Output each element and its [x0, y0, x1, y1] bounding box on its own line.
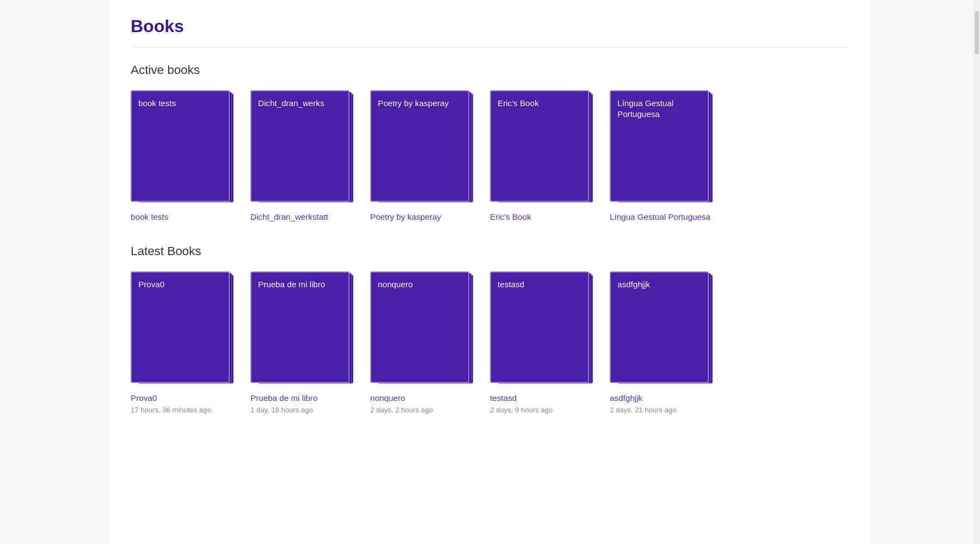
book-label: Dicht_dran_werkstatt — [250, 211, 354, 222]
book-cover-title: Poetry by kasperay — [378, 98, 449, 109]
scrollbar-track[interactable] — [973, 0, 980, 544]
book-item[interactable]: book testsbook tests — [131, 90, 234, 222]
book-subtitle: 1 day, 16 hours ago — [250, 406, 354, 414]
active-books-title: Active books — [131, 63, 849, 77]
page-container: Books Active books book testsbook testsD… — [109, 0, 871, 544]
book-cover-front: testasd — [490, 271, 589, 383]
book-cover-title: Língua Gestual Portuguesa — [617, 98, 701, 120]
latest-books-section: Latest Books Prova0Prova017 hours, 36 mi… — [131, 244, 849, 413]
book-cover-wrapper: Eric's Book — [490, 90, 593, 205]
latest-books-grid: Prova0Prova017 hours, 36 minutes agoPrue… — [131, 271, 849, 413]
book-item[interactable]: Poetry by kasperayPoetry by kasperay — [370, 90, 474, 222]
book-cover-title: testasd — [498, 279, 524, 290]
book-label: Prueba de mi libro — [250, 392, 354, 404]
book-cover-wrapper: Prueba de mi libro — [250, 271, 354, 386]
book-cover-front: asdfghjjk — [610, 271, 709, 383]
book-cover-front: book tests — [131, 90, 230, 202]
book-cover-wrapper: asdfghjjk — [610, 271, 713, 386]
book-label: nonquero — [370, 392, 474, 404]
book-cover-title: Eric's Book — [498, 98, 539, 109]
book-label: Eric's Book — [490, 211, 593, 222]
book-label: Prova0 — [131, 392, 234, 404]
book-item[interactable]: nonquerononquero2 days, 2 hours ago — [370, 271, 474, 413]
book-cover-title: book tests — [138, 98, 176, 109]
book-cover-title: Prueba de mi libro — [258, 279, 325, 290]
book-item[interactable]: Língua Gestual PortuguesaLíngua Gestual … — [610, 90, 713, 222]
book-cover-front: nonquero — [370, 271, 469, 383]
book-item[interactable]: Prova0Prova017 hours, 36 minutes ago — [131, 271, 234, 413]
book-cover-title: nonquero — [378, 279, 413, 290]
book-cover-title: asdfghjjk — [617, 279, 650, 290]
book-cover-wrapper: Poetry by kasperay — [370, 90, 474, 205]
book-cover-front: Dicht_dran_werks — [250, 90, 350, 202]
book-cover-front: Eric's Book — [490, 90, 589, 202]
book-item[interactable]: Prueba de mi libroPrueba de mi libro1 da… — [250, 271, 354, 413]
book-cover-wrapper: testasd — [490, 271, 593, 386]
page-title: Books — [131, 16, 849, 36]
book-cover-title: Dicht_dran_werks — [258, 98, 324, 109]
book-item[interactable]: Eric's BookEric's Book — [490, 90, 593, 222]
book-item[interactable]: Dicht_dran_werksDicht_dran_werkstatt — [250, 90, 354, 222]
book-cover-wrapper: Prova0 — [131, 271, 234, 386]
book-cover-front: Língua Gestual Portuguesa — [610, 90, 709, 202]
book-label: testasd — [490, 392, 593, 404]
scrollbar-thumb[interactable] — [975, 11, 979, 54]
book-subtitle: 17 hours, 36 minutes ago — [131, 406, 234, 414]
book-cover-front: Prueba de mi libro — [250, 271, 350, 383]
book-cover-front: Prova0 — [131, 271, 230, 383]
book-cover-wrapper: nonquero — [370, 271, 474, 386]
book-item[interactable]: asdfghjjkasdfghjjk2 days, 21 hours ago — [610, 271, 713, 413]
book-subtitle: 2 days, 9 hours ago — [490, 406, 593, 414]
book-label: book tests — [131, 211, 234, 222]
book-item[interactable]: testasdtestasd2 days, 9 hours ago — [490, 271, 593, 413]
book-cover-wrapper: Língua Gestual Portuguesa — [610, 90, 713, 205]
book-cover-title: Prova0 — [138, 279, 164, 290]
book-cover-front: Poetry by kasperay — [370, 90, 469, 202]
latest-books-title: Latest Books — [131, 244, 849, 258]
book-label: Língua Gestual Portuguesa — [610, 211, 713, 222]
book-subtitle: 2 days, 21 hours ago — [610, 406, 713, 414]
book-label: asdfghjjk — [610, 392, 713, 404]
book-cover-wrapper: book tests — [131, 90, 234, 205]
book-cover-wrapper: Dicht_dran_werks — [250, 90, 354, 205]
section-divider — [131, 47, 849, 48]
active-books-grid: book testsbook testsDicht_dran_werksDich… — [131, 90, 849, 222]
book-label: Poetry by kasperay — [370, 211, 474, 222]
active-books-section: Active books book testsbook testsDicht_d… — [131, 63, 849, 222]
book-subtitle: 2 days, 2 hours ago — [370, 406, 474, 414]
